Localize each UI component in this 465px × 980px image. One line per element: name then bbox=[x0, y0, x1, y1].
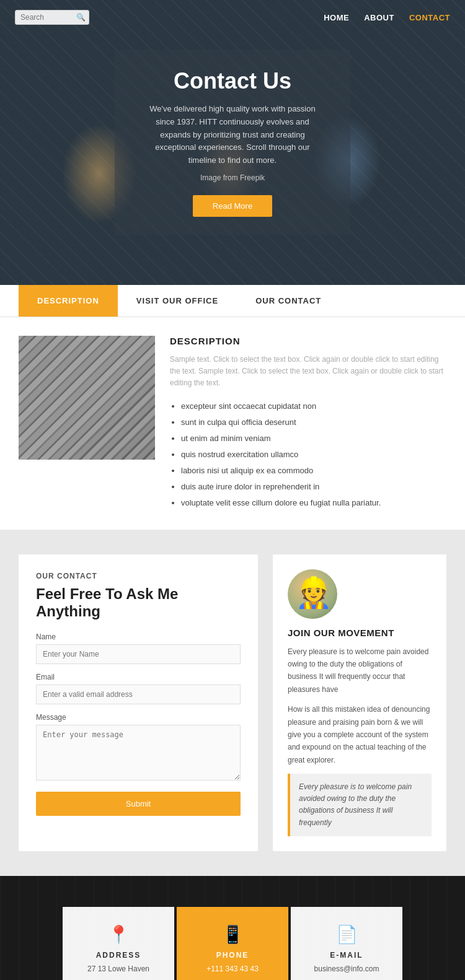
nav-home[interactable]: HOME bbox=[324, 13, 349, 22]
email-field-group: Email bbox=[36, 673, 241, 704]
join-box: JOIN OUR MOVEMENT Every pleasure is to w… bbox=[273, 554, 446, 851]
message-field-group: Message bbox=[36, 713, 241, 783]
description-list: excepteur sint occaecat cupidatat non su… bbox=[170, 398, 446, 511]
footer-card-phone: 📱 PHONE +111 343 43 43 bbox=[177, 907, 288, 980]
hero-section: 🔍 HOME ABOUT CONTACT Contact Us We've de… bbox=[0, 0, 465, 285]
our-contact-label: OUR CONTACT bbox=[36, 572, 241, 580]
join-paragraph2: How is all this mistaken idea of denounc… bbox=[288, 703, 432, 766]
address-value: 27 13 Lowe Haven bbox=[73, 965, 164, 973]
email-label: Email bbox=[36, 673, 241, 681]
join-heading: JOIN OUR MOVEMENT bbox=[288, 628, 432, 638]
list-item: ut enim ad minim veniam bbox=[181, 431, 446, 447]
name-label: Name bbox=[36, 632, 241, 641]
hero-content: Contact Us We've delivered high quality … bbox=[115, 50, 350, 235]
submit-button[interactable]: Submit bbox=[36, 792, 241, 816]
footer-cards: 📍 ADDRESS 27 13 Lowe Haven 📱 PHONE +111 … bbox=[0, 876, 465, 980]
contact-heading: Feel Free To Ask Me Anything bbox=[36, 585, 241, 620]
phone-value: +111 343 43 43 bbox=[187, 965, 278, 973]
list-item: quis nostrud exercitation ullamco bbox=[181, 447, 446, 463]
list-item: voluptate velit esse cillum dolore eu fu… bbox=[181, 495, 446, 511]
footer-card-email: 📄 E-MAIL business@info.com bbox=[291, 907, 402, 980]
tab-visit-office[interactable]: VISIT OUR OFFICE bbox=[118, 285, 237, 317]
nav-about[interactable]: ABOUT bbox=[364, 13, 394, 22]
join-quote: Every pleasure is to welcome pain avoide… bbox=[288, 774, 432, 836]
read-more-button[interactable]: Read More bbox=[193, 195, 272, 217]
footer: 📍 ADDRESS 27 13 Lowe Haven 📱 PHONE +111 … bbox=[0, 876, 465, 980]
description-heading: DESCRIPTION bbox=[170, 336, 446, 346]
list-item: laboris nisi ut aliquip ex ea commodo bbox=[181, 463, 446, 479]
search-bar[interactable]: 🔍 bbox=[15, 10, 89, 25]
tab-description[interactable]: DESCRIPTION bbox=[19, 285, 118, 317]
address-icon: 📍 bbox=[73, 924, 164, 945]
email-icon: 📄 bbox=[301, 924, 392, 945]
name-input[interactable] bbox=[36, 644, 241, 664]
contact-form-box: OUR CONTACT Feel Free To Ask Me Anything… bbox=[19, 554, 258, 851]
description-section: DESCRIPTION Sample text. Click to select… bbox=[0, 317, 465, 530]
phone-icon: 📱 bbox=[187, 924, 278, 945]
email-value: business@info.com bbox=[301, 965, 392, 973]
description-content: DESCRIPTION Sample text. Click to select… bbox=[170, 336, 446, 511]
list-item: sunt in culpa qui officia deserunt bbox=[181, 414, 446, 431]
contact-section: OUR CONTACT Feel Free To Ask Me Anything… bbox=[0, 530, 465, 876]
phone-title: PHONE bbox=[187, 951, 278, 960]
hero-image-credit: Image from Freepik bbox=[146, 172, 319, 184]
navbar: 🔍 HOME ABOUT CONTACT bbox=[0, 0, 465, 35]
footer-card-address: 📍 ADDRESS 27 13 Lowe Haven bbox=[63, 907, 174, 980]
hero-description: We've delivered high quality work with p… bbox=[146, 103, 319, 167]
tabs-section: DESCRIPTION VISIT OUR OFFICE OUR CONTACT bbox=[0, 285, 465, 317]
join-paragraph1: Every pleasure is to welcome pain avoide… bbox=[288, 645, 432, 696]
search-icon: 🔍 bbox=[76, 13, 86, 22]
list-item: excepteur sint occaecat cupidatat non bbox=[181, 398, 446, 414]
email-title: E-MAIL bbox=[301, 951, 392, 960]
description-image bbox=[19, 336, 155, 460]
hero-title: Contact Us bbox=[146, 68, 319, 94]
name-field-group: Name bbox=[36, 632, 241, 664]
nav-links: HOME ABOUT CONTACT bbox=[324, 13, 450, 22]
tab-our-contact[interactable]: OUR CONTACT bbox=[237, 285, 340, 317]
list-item: duis aute irure dolor in reprehenderit i… bbox=[181, 479, 446, 495]
message-label: Message bbox=[36, 713, 241, 722]
address-title: ADDRESS bbox=[73, 951, 164, 960]
email-input[interactable] bbox=[36, 685, 241, 704]
join-avatar bbox=[288, 569, 337, 619]
search-input[interactable] bbox=[20, 13, 76, 22]
message-textarea[interactable] bbox=[36, 725, 241, 781]
nav-contact[interactable]: CONTACT bbox=[409, 13, 450, 22]
description-sample-text: Sample text. Click to select the text bo… bbox=[170, 354, 446, 390]
